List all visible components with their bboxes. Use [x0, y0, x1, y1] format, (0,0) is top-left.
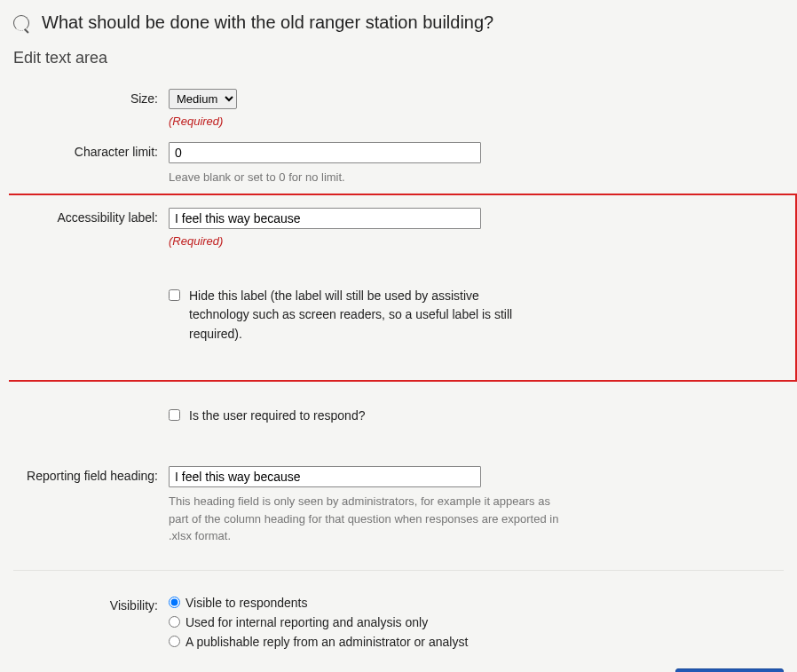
- label-size: Size:: [13, 89, 169, 106]
- section-title: Edit text area: [0, 45, 797, 82]
- size-required: (Required): [169, 115, 737, 128]
- reporting-hint: This heading field is only seen by admin…: [169, 493, 559, 545]
- page-title: What should be done with the old ranger …: [42, 12, 493, 33]
- visibility-label-0: Visible to respondents: [185, 596, 308, 610]
- char-limit-input[interactable]: [169, 142, 481, 163]
- row-size: Size: Small Medium Large (Required): [0, 82, 797, 135]
- visibility-label-2: A publishable reply from an administrato…: [185, 635, 468, 649]
- question-icon: [13, 15, 29, 31]
- hide-label-text: Hide this label (the label will still be…: [189, 287, 526, 344]
- divider: [13, 570, 784, 571]
- visibility-label-1: Used for internal reporting and analysis…: [185, 615, 428, 629]
- row-accessibility-highlighted: Accessibility label: (Required) Hide thi…: [9, 194, 797, 382]
- label-visibility: Visibility:: [13, 596, 169, 613]
- row-reporting: Reporting field heading: This heading fi…: [0, 459, 797, 552]
- label-reporting: Reporting field heading:: [13, 466, 169, 483]
- reporting-input[interactable]: [169, 466, 481, 487]
- save-button[interactable]: Save Changes: [675, 668, 784, 672]
- label-accessibility: Accessibility label:: [22, 208, 169, 225]
- visibility-radio-0[interactable]: [169, 597, 180, 608]
- row-char-limit: Character limit: Leave blank or set to 0…: [0, 135, 797, 194]
- size-select[interactable]: Small Medium Large: [169, 89, 237, 109]
- required-response-label: Is the user required to respond?: [189, 407, 365, 426]
- hide-label-checkbox[interactable]: [169, 289, 180, 301]
- visibility-radio-2[interactable]: [169, 636, 180, 647]
- accessibility-input[interactable]: [169, 208, 481, 229]
- page-header: What should be done with the old ranger …: [0, 9, 797, 45]
- row-visibility: Visibility: Visible to respondents Used …: [0, 589, 797, 661]
- label-char-limit: Character limit:: [13, 142, 169, 159]
- row-required-response: Is the user required to respond?: [0, 399, 797, 433]
- required-response-checkbox[interactable]: [169, 409, 180, 421]
- visibility-radio-1[interactable]: [169, 616, 180, 628]
- accessibility-required: (Required): [169, 234, 737, 248]
- char-limit-hint: Leave blank or set to 0 for no limit.: [169, 169, 737, 186]
